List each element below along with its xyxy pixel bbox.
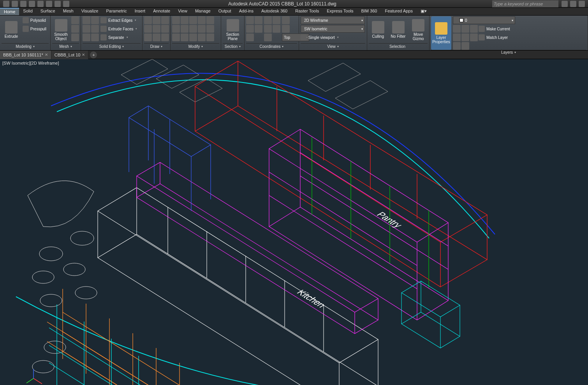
- tab-home[interactable]: Home: [0, 8, 19, 15]
- panel-modify-label[interactable]: Modify: [172, 43, 219, 49]
- tab-bim360[interactable]: BIM 360: [357, 8, 381, 15]
- stretch-icon[interactable]: [172, 33, 180, 41]
- draw-icon-9[interactable]: [161, 33, 169, 41]
- qat-save-icon[interactable]: [29, 1, 35, 7]
- se-icon-3[interactable]: [83, 33, 90, 41]
- mod-icon-15[interactable]: [206, 33, 214, 41]
- make-current-button[interactable]: Make Current: [479, 25, 512, 33]
- ucs-icon-3[interactable]: [246, 33, 254, 41]
- panel-layers-label[interactable]: Layers: [431, 50, 586, 54]
- ucs-icon-2[interactable]: [246, 25, 254, 33]
- tab-manage[interactable]: Manage: [191, 8, 215, 15]
- panel-view-label[interactable]: View: [301, 43, 365, 49]
- file-tab-2[interactable]: CBBB_Lot 10✕: [51, 51, 89, 59]
- tab-annotate[interactable]: Annotate: [149, 8, 174, 15]
- layer-icon-8[interactable]: [470, 33, 478, 41]
- mesh-icon-2[interactable]: [71, 25, 79, 33]
- ucs-icon-11[interactable]: [282, 16, 290, 24]
- draw-icon-8[interactable]: [161, 25, 169, 33]
- layer-icon-5[interactable]: [461, 33, 469, 41]
- separate-button[interactable]: Separate: [100, 33, 137, 41]
- ucs-icon-8[interactable]: [264, 33, 272, 41]
- drawing-canvas[interactable]: Pantry Kitchen: [0, 59, 588, 385]
- explode-icon[interactable]: [198, 25, 206, 33]
- help-icon[interactable]: [579, 1, 585, 7]
- layer-dropdown[interactable]: 0: [453, 16, 515, 24]
- culling-button[interactable]: Culling: [369, 16, 387, 43]
- close-icon[interactable]: ✕: [45, 53, 48, 57]
- qat-new-icon[interactable]: [12, 1, 18, 7]
- no-filter-button[interactable]: No Filter: [389, 16, 408, 43]
- move-gizmo-button[interactable]: Move Gizmo: [409, 16, 428, 43]
- tab-view[interactable]: View: [174, 8, 191, 15]
- ucs-icon-10[interactable]: [273, 25, 280, 33]
- tab-a360[interactable]: Autodesk 360: [257, 8, 291, 15]
- trim-icon[interactable]: [189, 16, 197, 24]
- extract-edges-button[interactable]: Extract Edges: [100, 16, 137, 24]
- erase-icon[interactable]: [198, 16, 206, 24]
- qat-redo-icon[interactable]: [63, 1, 69, 7]
- exchange-icon[interactable]: [570, 1, 576, 7]
- visual-style-dropdown[interactable]: 2D Wireframe: [301, 16, 365, 24]
- tab-overflow-icon[interactable]: ▣▾: [417, 8, 431, 15]
- qat-undo-icon[interactable]: [55, 1, 61, 7]
- ucs-icon-9[interactable]: [273, 16, 280, 24]
- layer-properties-button[interactable]: Layer Properties: [431, 16, 451, 50]
- layer-icon-3[interactable]: [453, 42, 461, 50]
- se-icon-2[interactable]: [83, 25, 90, 33]
- file-tab-1[interactable]: BBB_Lot 10 160111*✕: [0, 51, 51, 59]
- se-icon-5[interactable]: [91, 25, 99, 33]
- new-tab-button[interactable]: +: [90, 51, 97, 58]
- extrude-faces-button[interactable]: Extrude Faces: [100, 25, 137, 33]
- tab-addins[interactable]: Add-ins: [235, 8, 257, 15]
- tab-surface[interactable]: Surface: [37, 8, 59, 15]
- panel-coordinates-label[interactable]: Coordinates: [246, 43, 297, 49]
- line-icon[interactable]: [144, 16, 152, 24]
- se-icon-1[interactable]: [83, 16, 90, 24]
- panel-section-label[interactable]: Section: [223, 43, 243, 49]
- rotate-icon[interactable]: [181, 16, 188, 24]
- mesh-icon-1[interactable]: [71, 16, 79, 24]
- qat-open-icon[interactable]: [20, 1, 26, 7]
- se-icon-6[interactable]: [91, 33, 99, 41]
- viewport-label[interactable]: [SW Isometric][2D Wireframe]: [2, 61, 59, 65]
- tab-raster[interactable]: Raster Tools: [291, 8, 323, 15]
- qat-saveas-icon[interactable]: [37, 1, 44, 7]
- offset-icon[interactable]: [198, 33, 206, 41]
- polyline-icon[interactable]: [144, 25, 152, 33]
- qat-plot-icon[interactable]: [46, 1, 52, 7]
- layer-icon-1[interactable]: [453, 25, 461, 33]
- panel-mesh-label[interactable]: Mesh: [52, 43, 79, 49]
- tab-insert[interactable]: Insert: [131, 8, 150, 15]
- ucs-icon-4[interactable]: [255, 16, 262, 24]
- se-icon-4[interactable]: [91, 16, 99, 24]
- polysolid-button[interactable]: Polysolid: [23, 16, 49, 24]
- mod-icon-14[interactable]: [206, 25, 214, 33]
- section-plane-button[interactable]: Section Plane: [223, 16, 243, 43]
- layer-icon-4[interactable]: [461, 25, 469, 33]
- match-layer-button[interactable]: Match Layer: [479, 33, 512, 41]
- fillet-icon[interactable]: [189, 25, 197, 33]
- mirror-icon[interactable]: [181, 25, 188, 33]
- tab-output[interactable]: Output: [215, 8, 235, 15]
- view-direction-dropdown[interactable]: SW Isometric: [301, 25, 365, 33]
- drawing-viewport[interactable]: [SW Isometric][2D Wireframe]: [0, 59, 588, 385]
- mesh-icon-3[interactable]: [71, 33, 79, 41]
- draw-icon-7[interactable]: [161, 16, 169, 24]
- tab-featured[interactable]: Featured Apps: [381, 8, 417, 15]
- tab-visualize[interactable]: Visualize: [77, 8, 102, 15]
- circle-icon[interactable]: [153, 16, 160, 24]
- panel-solid-editing-label[interactable]: Solid Editing: [83, 43, 141, 49]
- ucs-icon-6[interactable]: [264, 16, 272, 24]
- search-input[interactable]: Type a keyword or phrase: [492, 0, 558, 7]
- tab-mesh[interactable]: Mesh: [59, 8, 77, 15]
- extrude-button[interactable]: Extrude: [2, 16, 21, 43]
- rect-icon[interactable]: [153, 33, 160, 41]
- panel-draw-label[interactable]: Draw: [144, 43, 169, 49]
- panel-modeling-label[interactable]: Modeling: [2, 43, 49, 49]
- tab-solid[interactable]: Solid: [19, 8, 36, 15]
- ucs-icon-1[interactable]: [246, 16, 254, 24]
- presspull-button[interactable]: Presspull: [23, 25, 49, 33]
- ucs-icon-12[interactable]: [282, 25, 290, 33]
- sign-in-icon[interactable]: [562, 1, 568, 7]
